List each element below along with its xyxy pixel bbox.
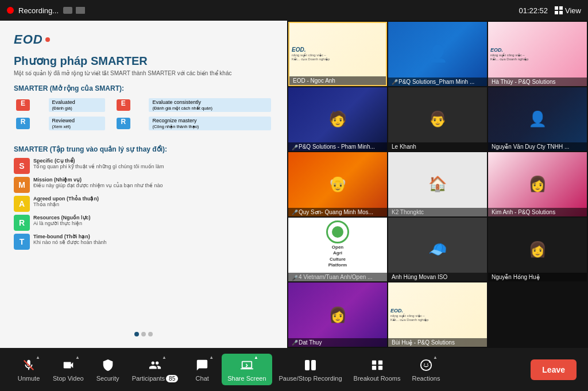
open-agri-logo: OpenAgriCulturePlatform <box>288 218 387 272</box>
smarter-row-a: A Agreed upon (Thỏa thuận) Thỏa nhận <box>14 196 273 212</box>
smarter-row-s: S Specific (Cụ thể) Tổng quan phi kỹ thu… <box>14 158 273 174</box>
slide-subtitle: Một số quản lý đã mở rộng từ viết tắt SM… <box>14 70 273 76</box>
smarter-text-m: Mission (Nhiệm vụ) Điều này giúp đạt đượ… <box>33 177 163 188</box>
chat-icon: ▲ <box>194 357 210 373</box>
tile-name-3: Hà Thúy - P&Q Solutions <box>488 78 587 86</box>
share-screen-caret[interactable]: ▲ <box>254 355 258 360</box>
tile-face-8: 🏠 <box>388 152 487 216</box>
stop-record-btn[interactable] <box>76 7 85 14</box>
tile-name-4: 🎤 P&Q Solutions - Pham Minh... <box>288 142 387 151</box>
tile-quy-son[interactable]: 👴 🎤 Quy Sơn- Quang Minh Mos... <box>288 152 387 216</box>
share-screen-button[interactable]: ▲ Share Screen <box>222 354 272 385</box>
security-button[interactable]: Security <box>91 354 125 385</box>
tile-k2-thong[interactable]: 🏠 K2 Thongktc <box>388 152 487 216</box>
tile-name-12: Nguyễn Hồng Huệ <box>488 273 587 281</box>
pause-record-btn[interactable] <box>63 7 72 14</box>
dot-3 <box>148 332 153 336</box>
tile-pq-pham-minh[interactable]: 👤 🎤 P&Q Solutions_Pham Minh ... <box>388 22 487 86</box>
svg-point-7 <box>427 363 428 365</box>
letter-S: S <box>14 158 30 174</box>
mic-icon-4: 🎤 <box>292 145 296 149</box>
tile-name-5: Le Khanh <box>388 142 487 151</box>
tile-slide-mini-3: EOD. năng suất công việc – Kết... của Do… <box>488 22 587 86</box>
tile-kim-anh[interactable]: 👩 Kim Anh - P&Q Solutions <box>488 152 587 216</box>
leave-button[interactable]: Leave <box>531 359 577 380</box>
tile-name-11: Anh Hùng Movan ISO <box>388 273 487 281</box>
stop-video-button[interactable]: ▲ Stop Video <box>48 354 88 385</box>
participants-icon: ▲ <box>147 357 163 373</box>
reactions-caret[interactable]: ▲ <box>433 355 438 360</box>
desc-recognize: Recognize mastery(Công nhận thành thạo) <box>149 117 271 130</box>
letter-E2: E <box>117 99 130 111</box>
breakout-icon <box>369 357 385 373</box>
desc-reviewed: Reviewed(Xem xét) <box>49 117 105 130</box>
participants-button[interactable]: ▲ Participants 85 <box>127 354 183 386</box>
mic-svg <box>22 359 35 371</box>
eod-logo-dot <box>45 37 50 42</box>
tile-empty <box>488 282 587 347</box>
participants-caret[interactable]: ▲ <box>162 355 167 360</box>
unmute-button[interactable]: ▲ Unmute <box>11 354 46 385</box>
view-button[interactable]: View <box>555 6 581 15</box>
svg-rect-3 <box>372 366 376 370</box>
participants-grid: EOD. năng suất công việc – Kết... của Do… <box>287 21 588 348</box>
pause-recording-button[interactable]: Pause/Stop Recording <box>274 354 347 385</box>
shield-svg <box>102 359 114 371</box>
tile-nguyen-van-duy[interactable]: 👤 Nguyễn Văn Duy Cty TNHH ... <box>488 87 587 152</box>
tile-face-4: 🧑 <box>288 87 387 152</box>
tile-le-khanh[interactable]: 👨 Le Khanh <box>388 87 487 152</box>
dot-2 <box>141 332 146 336</box>
pause-recording-label: Pause/Stop Recording <box>279 375 342 382</box>
tile-name-9: Kim Anh - P&Q Solutions <box>488 208 587 216</box>
tile-name-8: K2 Thongktc <box>388 208 487 216</box>
tile-anh-hung[interactable]: 🧢 Anh Hùng Movan ISO <box>388 218 487 282</box>
top-bar-left: Recording... <box>7 6 85 15</box>
tile-pq-pham-minh2[interactable]: 🧑 🎤 P&Q Solutions - Pham Minh... <box>288 87 387 152</box>
section1-header: SMARTER (Mở rộng của SMART): <box>14 84 273 92</box>
security-icon <box>100 357 116 373</box>
svg-rect-1 <box>372 361 376 365</box>
reactions-button[interactable]: ▲ Reactions <box>408 354 445 385</box>
breakout-svg <box>371 359 384 371</box>
chat-button[interactable]: ▲ Chat <box>185 354 219 385</box>
security-label: Security <box>96 375 119 382</box>
tile-face-12: 👩 <box>488 218 587 282</box>
tile-name-7: 🎤 Quy Sơn- Quang Minh Mos... <box>288 208 387 216</box>
tile-name-1: EOD - Ngoc Anh <box>289 76 386 85</box>
tile-dat-thuy[interactable]: 👩 🎤 Dat Thuy <box>288 282 387 347</box>
eod-logo: EOD <box>14 32 273 47</box>
tile-open-agri[interactable]: OpenAgriCulturePlatform 🎤 4 Vietnam/Tuan… <box>288 218 387 282</box>
slide-title: Phương pháp SMARTER <box>14 54 273 68</box>
smarter-text-a: Agreed upon (Thỏa thuận) Thỏa nhận <box>33 196 99 207</box>
record-controls <box>63 7 85 14</box>
breakout-rooms-button[interactable]: Breakout Rooms <box>349 354 405 385</box>
breakout-label: Breakout Rooms <box>354 375 401 382</box>
stop-video-caret[interactable]: ▲ <box>75 355 80 360</box>
svg-rect-4 <box>378 366 382 370</box>
reactions-icon: ▲ <box>418 357 434 373</box>
eod-logo-text: EOD <box>14 32 43 47</box>
people-svg <box>149 359 161 371</box>
smarter-text-t: Time-bound (Thời hạn) Khi nào nó sẽ được… <box>33 234 107 245</box>
mic-icon-2: 🎤 <box>392 79 396 84</box>
tile-nguyen-hong-hue[interactable]: 👩 Nguyễn Hồng Huệ <box>488 218 587 282</box>
reactions-svg <box>420 359 432 371</box>
section2-header: SMARTER (Tập trung vào quản lý sự thay đ… <box>14 145 273 153</box>
tile-ha-thuy[interactable]: EOD. năng suất công việc – Kết... của Do… <box>488 22 587 86</box>
smarter-row-t: T Time-bound (Thời hạn) Khi nào nó sẽ đư… <box>14 234 273 250</box>
tile-eod-ngoc-anh[interactable]: EOD. năng suất công việc – Kết... của Do… <box>288 22 387 86</box>
tile-name-10: 🎤 4 Vietnam/Tuan Anh/Open ... <box>288 273 387 281</box>
chat-caret[interactable]: ▲ <box>209 355 214 360</box>
pause-bar-2 <box>311 360 316 370</box>
tile-face-11: 🧢 <box>388 218 487 282</box>
meeting-time: 01:22:52 <box>519 6 548 15</box>
unmute-caret[interactable]: ▲ <box>36 355 40 360</box>
svg-rect-2 <box>378 361 382 365</box>
tile-bui-hue[interactable]: EOD. năng suất công việc – Kết... của Do… <box>388 282 487 347</box>
desc-evaluate-consistently: Evaluate consistently(Đánh giá một cách … <box>149 98 271 112</box>
smarter-text-r: Resources (Nguồn lực) Ai là người thực h… <box>33 215 91 226</box>
chat-svg <box>196 359 208 371</box>
letter-E1: E <box>16 99 30 111</box>
tile-name-14: Bùi Huệ - P&Q Solutions <box>388 338 487 347</box>
slide-pagination <box>14 332 273 336</box>
